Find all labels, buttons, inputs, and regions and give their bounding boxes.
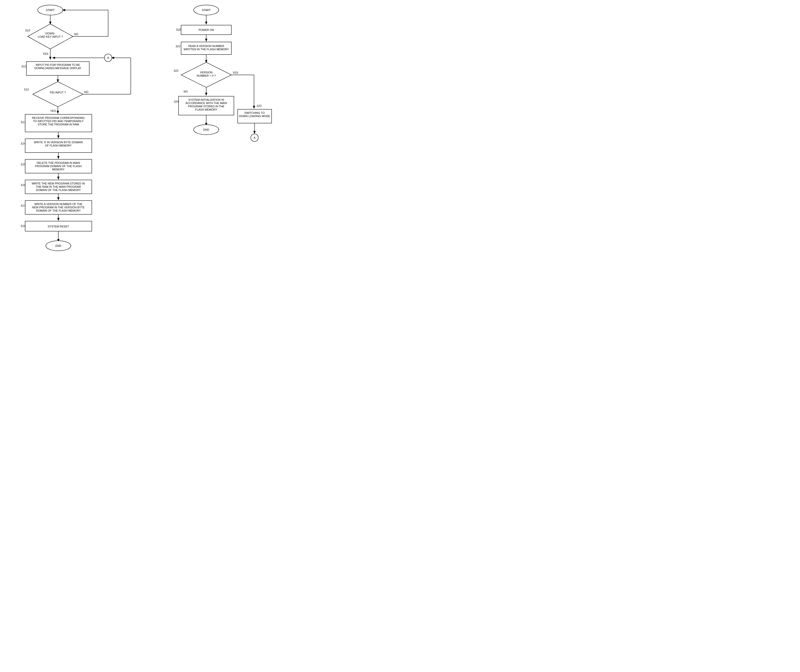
s12-step: S12 bbox=[24, 88, 29, 91]
s12-text1: PID INPUT ? bbox=[50, 91, 66, 94]
s21-text1: READ A VERSION NUMBER bbox=[188, 45, 224, 48]
s13-text3: STORE THE PROGRAM IN RAM bbox=[38, 123, 79, 126]
start1-label: START bbox=[46, 8, 55, 11]
s11-text2: DOWNLOADED,MESSAGE DISPLAY bbox=[34, 67, 82, 70]
s17-text1: WRITE A VERSION NUMBER OF THE bbox=[34, 203, 82, 206]
s17-text2: NEW PROGRAM IN THE VERSION BYTE bbox=[32, 206, 85, 209]
s22-text1: VERSION bbox=[200, 71, 213, 74]
svg-marker-12 bbox=[33, 82, 83, 107]
s22-step: S22 bbox=[173, 69, 178, 72]
s13-text1: RECEIVE PROGRAM CORRESPONDING bbox=[32, 116, 85, 119]
s10-no-label: NO bbox=[74, 33, 79, 36]
end2-label: END bbox=[203, 128, 209, 131]
s16-text1: WRITE THE NEW PROGRAM STORED IN bbox=[32, 182, 85, 185]
s22-text2: NUMBER = 0 ? bbox=[197, 74, 216, 77]
s10-yes-label: YES bbox=[43, 52, 48, 55]
s14-step: S14 bbox=[21, 142, 26, 145]
s14-text1: WRITE '0' IN VERSION BYTE DOMAIN bbox=[34, 141, 83, 144]
s11-text1: INPUT PID FOR PROGRAM TO BE bbox=[36, 63, 80, 66]
s17-text3: DOMAIN OF THE FLASH MEMORY bbox=[36, 209, 81, 212]
s13-text2: TO INPUTTED PID AND TEMPORARILY bbox=[33, 120, 84, 123]
s11-step: S11 bbox=[21, 65, 26, 68]
circle-a-right-label: A bbox=[253, 136, 255, 139]
s16-text3: DOMAIN OF THE FLASH MEMORY bbox=[36, 189, 81, 192]
s24-text2: ACCORDANCE WITH THE MAIN bbox=[186, 102, 227, 104]
s18-text: SYSTEM RESET bbox=[48, 225, 69, 228]
s12-yes-label: YES bbox=[50, 109, 56, 112]
s16-text2: THE RAM IN THE MAIN PROGRAM bbox=[36, 185, 81, 188]
s23-text2: DOWN LOADING MODE bbox=[239, 115, 270, 118]
s21-step: S21 bbox=[176, 45, 181, 48]
s23-text1: SWITCHING TO bbox=[244, 111, 265, 114]
s12-no-label: NO bbox=[84, 90, 88, 93]
s14-text2: OF FLASH MEMORY bbox=[45, 144, 72, 147]
s24-text1: SYSTEM INITIALIZATION IN bbox=[188, 98, 224, 101]
s22-yes-label: YES bbox=[232, 71, 238, 74]
s24-step: S24 bbox=[174, 100, 179, 103]
s20-text: POWER ON bbox=[199, 29, 214, 31]
s10-label: S10 bbox=[25, 29, 30, 32]
s24-text3: PROGRAM STORED IN THE bbox=[188, 105, 224, 108]
s20-step: S20 bbox=[176, 28, 181, 31]
flowchart-container: START S10 DOWN- LOAD KEY INPUT ? NO YES … bbox=[0, 0, 302, 264]
s23-step: S23 bbox=[257, 104, 261, 107]
s15-text3: MEMORY bbox=[52, 168, 65, 171]
s10-text2: LOAD KEY INPUT ? bbox=[38, 35, 63, 38]
s22-no-label: NO bbox=[184, 90, 188, 93]
circle-a-incoming-label: A bbox=[107, 56, 109, 59]
end1-label: END bbox=[55, 244, 61, 247]
s10-text1: DOWN- bbox=[45, 32, 55, 35]
s15-text1: DELETE THE PROGRAM IN MAIN bbox=[37, 162, 80, 164]
start2-label: START bbox=[202, 8, 210, 11]
s24-text4: FLASH MEMORY bbox=[195, 108, 217, 111]
s15-text2: PROGRAM DOMAIN OF THE FLASH bbox=[35, 165, 82, 168]
s21-text2: WRITTEN IN THE FLASH MEMORY bbox=[184, 48, 229, 51]
